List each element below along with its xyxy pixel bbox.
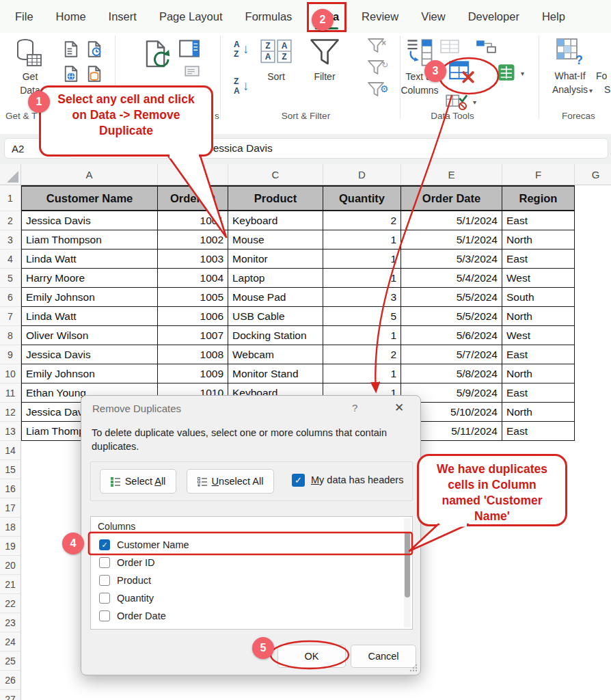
- cell-C6[interactable]: Mouse Pad: [228, 288, 323, 307]
- column-header-G[interactable]: G: [575, 164, 611, 185]
- cell-D7[interactable]: 5: [323, 307, 401, 326]
- tab-insert[interactable]: Insert: [109, 0, 137, 33]
- flash-fill-icon[interactable]: [440, 40, 459, 53]
- cell-D5[interactable]: 1: [323, 269, 401, 288]
- sort-za-button[interactable]: Z A ↓: [234, 78, 253, 98]
- filter-icon[interactable]: [309, 38, 340, 67]
- row-header-21[interactable]: 21: [0, 575, 21, 594]
- checkbox-customer-name[interactable]: ✓: [99, 539, 110, 550]
- cell-A10[interactable]: Emily Johnson: [21, 364, 158, 383]
- listbox-scrollbar-thumb[interactable]: [405, 532, 410, 597]
- cancel-button[interactable]: Cancel: [351, 645, 416, 668]
- column-option-order-id[interactable]: Order ID: [91, 554, 403, 571]
- cell-E9[interactable]: 5/7/2024: [401, 345, 502, 364]
- row-header-6[interactable]: 6: [0, 288, 21, 307]
- row-header-20[interactable]: 20: [0, 556, 21, 575]
- cell-C10[interactable]: Monitor Stand: [228, 364, 323, 383]
- sort-az-button[interactable]: A Z ↓: [234, 41, 253, 62]
- cell-B10[interactable]: 1009: [158, 364, 228, 383]
- column-header-D[interactable]: D: [323, 164, 401, 185]
- row-header-12[interactable]: 12: [0, 403, 21, 422]
- row-header-7[interactable]: 7: [0, 307, 21, 326]
- header-cell-A1[interactable]: Customer Name: [21, 185, 158, 211]
- row-header-16[interactable]: 16: [0, 479, 21, 498]
- row-header-25[interactable]: 25: [0, 651, 21, 671]
- cell-E2[interactable]: 5/1/2024: [401, 211, 502, 230]
- refresh-all-icon[interactable]: [142, 40, 174, 71]
- column-option-customer-name[interactable]: ✓Customer Name: [91, 536, 403, 554]
- row-header-14[interactable]: 14: [0, 441, 21, 460]
- cell-A2[interactable]: Jessica Davis: [21, 211, 158, 230]
- cell-D10[interactable]: 1: [323, 364, 401, 383]
- chevron-down-icon[interactable]: ▾: [473, 98, 476, 106]
- header-cell-C1[interactable]: Product: [228, 185, 323, 211]
- tab-view[interactable]: View: [421, 0, 445, 33]
- get-data-icon[interactable]: [16, 38, 42, 70]
- row-header-4[interactable]: 4: [0, 250, 21, 269]
- tab-developer[interactable]: Developer: [468, 0, 519, 33]
- chevron-down-icon[interactable]: ▾: [521, 70, 524, 77]
- cell-B9[interactable]: 1008: [158, 345, 228, 364]
- row-header-13[interactable]: 13: [0, 422, 21, 441]
- cell-E6[interactable]: 5/5/2024: [401, 288, 502, 307]
- relationships-icon[interactable]: [476, 40, 496, 53]
- column-header-B[interactable]: B: [158, 164, 228, 185]
- tab-page-layout[interactable]: Page Layout: [159, 0, 223, 33]
- cell-B8[interactable]: 1007: [158, 326, 228, 345]
- get-data-label-line1[interactable]: Get: [10, 71, 51, 82]
- cell-E8[interactable]: 5/6/2024: [401, 326, 502, 345]
- help-icon[interactable]: ?: [352, 402, 357, 414]
- cell-C9[interactable]: Webcam: [228, 345, 323, 364]
- ok-button[interactable]: OK: [277, 645, 346, 668]
- cell-F4[interactable]: East: [502, 250, 575, 269]
- cell-B3[interactable]: 1002: [158, 230, 228, 250]
- header-cell-D1[interactable]: Quantity: [323, 185, 401, 211]
- header-cell-B1[interactable]: Order ID: [158, 185, 228, 211]
- cell-D2[interactable]: 2: [323, 211, 401, 230]
- header-cell-E1[interactable]: Order Date: [401, 185, 502, 211]
- row-header-10[interactable]: 10: [0, 364, 21, 383]
- cell-A9[interactable]: Jessica Davis: [21, 345, 158, 364]
- cell-A7[interactable]: Linda Watt: [21, 307, 158, 326]
- cell-F3[interactable]: North: [502, 230, 575, 250]
- checkbox-quantity[interactable]: [99, 593, 110, 604]
- cell-A5[interactable]: Harry Moore: [21, 269, 158, 288]
- row-header-19[interactable]: 19: [0, 537, 21, 556]
- cell-C2[interactable]: Keyboard: [228, 211, 323, 230]
- cell-F11[interactable]: East: [502, 383, 575, 403]
- row-header-17[interactable]: 17: [0, 498, 21, 517]
- close-icon[interactable]: ✕: [394, 401, 404, 415]
- row-header-8[interactable]: 8: [0, 326, 21, 345]
- cell-C8[interactable]: Docking Station: [228, 326, 323, 345]
- tab-home[interactable]: Home: [56, 0, 86, 33]
- filter-button[interactable]: Filter: [305, 71, 344, 82]
- checkbox-order-id[interactable]: [99, 557, 110, 568]
- row-header-2[interactable]: 2: [0, 211, 21, 230]
- cell-F9[interactable]: East: [502, 345, 575, 364]
- tab-help[interactable]: Help: [542, 0, 565, 33]
- recent-sources-icon[interactable]: [87, 41, 101, 57]
- cell-A6[interactable]: Emily Johnson: [21, 288, 158, 307]
- headers-checkbox[interactable]: ✓: [292, 474, 305, 487]
- row-header-22[interactable]: 22: [0, 594, 21, 613]
- row-header-26[interactable]: 26: [0, 671, 21, 690]
- cell-F5[interactable]: West: [502, 269, 575, 288]
- tab-formulas[interactable]: Formulas: [245, 0, 293, 33]
- column-option-quantity[interactable]: Quantity: [91, 589, 403, 607]
- cell-E3[interactable]: 5/1/2024: [401, 230, 502, 250]
- cell-C4[interactable]: Monitor: [228, 250, 323, 269]
- queries-connections-icon[interactable]: [179, 40, 200, 57]
- cell-C3[interactable]: Mouse: [228, 230, 323, 250]
- cell-B7[interactable]: 1006: [158, 307, 228, 326]
- select-all-button[interactable]: Select All: [100, 469, 176, 494]
- cell-A3[interactable]: Liam Thompson: [21, 230, 158, 250]
- cell-E4[interactable]: 5/3/2024: [401, 250, 502, 269]
- forecast-sheet-button[interactable]: Fo: [596, 70, 607, 81]
- cell-F10[interactable]: North: [502, 364, 575, 383]
- column-header-A[interactable]: A: [21, 164, 158, 185]
- cell-C5[interactable]: Laptop: [228, 269, 323, 288]
- consolidate-icon[interactable]: [498, 63, 517, 82]
- tab-review[interactable]: Review: [362, 0, 398, 33]
- column-option-order-date[interactable]: Order Date: [91, 607, 403, 625]
- text-to-columns-label-line2[interactable]: Columns: [394, 85, 446, 96]
